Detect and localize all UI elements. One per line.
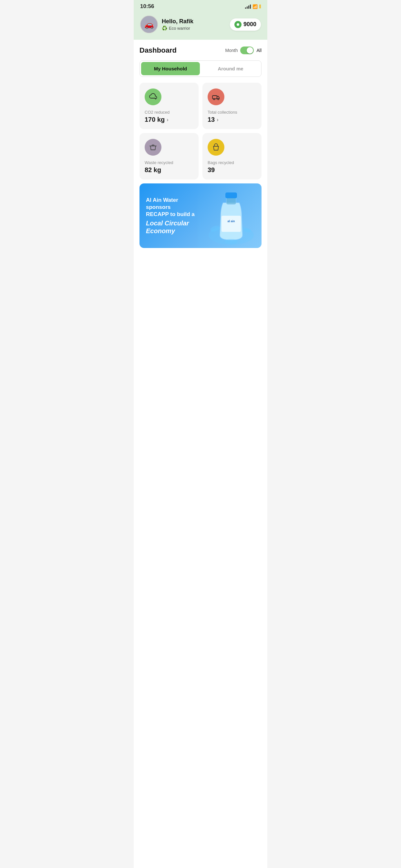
banner-line2: RECAPP to build a bbox=[146, 211, 195, 217]
svg-rect-6 bbox=[221, 216, 241, 232]
co2-value: 170 kg › bbox=[145, 116, 193, 123]
battery-icon bbox=[259, 4, 261, 8]
collections-number: 13 bbox=[208, 116, 215, 123]
user-subtitle: ♻️ Eco warrior bbox=[162, 26, 193, 31]
tab-switcher: My Household Around me bbox=[140, 60, 261, 77]
tab-around-me[interactable]: Around me bbox=[201, 62, 260, 75]
points-value: 9000 bbox=[243, 21, 256, 28]
status-time: 10:56 bbox=[140, 3, 154, 10]
collections-value: 13 › bbox=[208, 116, 256, 123]
co2-icon-circle bbox=[145, 89, 161, 105]
app-header: 🚗 Hello, Rafik ♻️ Eco warrior 9000 bbox=[134, 12, 267, 40]
avatar-image: 🚗 bbox=[141, 16, 157, 33]
points-badge: 9000 bbox=[230, 19, 261, 31]
user-greeting: Hello, Rafik bbox=[162, 18, 193, 25]
dashboard-title: Dashboard bbox=[140, 46, 177, 55]
co2-label: CO2 reduced bbox=[145, 110, 193, 115]
co2-arrow[interactable]: › bbox=[166, 117, 168, 123]
period-toggle[interactable] bbox=[240, 46, 254, 54]
user-text: Hello, Rafik ♻️ Eco warrior bbox=[162, 18, 193, 31]
bottle-visual: al ain bbox=[197, 183, 261, 248]
svg-point-10 bbox=[225, 239, 238, 244]
svg-point-2 bbox=[218, 98, 219, 100]
svg-point-1 bbox=[213, 98, 215, 100]
waste-label: Waste recycled bbox=[145, 160, 193, 165]
eco-icon: ♻️ bbox=[162, 26, 167, 31]
co2-number: 170 kg bbox=[145, 116, 165, 123]
main-content: Dashboard Month All My Household Around … bbox=[134, 40, 267, 868]
stat-card-waste: Waste recycled 82 kg bbox=[140, 133, 198, 180]
promo-banner[interactable]: Al Ain Water sponsors RECAPP to build a … bbox=[140, 183, 261, 248]
bags-label: Bags recycled bbox=[208, 160, 256, 165]
trash-icon bbox=[149, 143, 157, 151]
stat-card-collections[interactable]: Total collections 13 › bbox=[203, 83, 261, 129]
truck-icon bbox=[212, 93, 220, 101]
dashboard-header: Dashboard Month All bbox=[140, 46, 261, 55]
bags-number: 39 bbox=[208, 166, 215, 174]
stat-card-co2[interactable]: CO2 reduced 170 kg › bbox=[140, 83, 198, 129]
stats-grid-row2: Waste recycled 82 kg Bags recycled 39 bbox=[140, 133, 261, 180]
toggle-section: Month All bbox=[225, 46, 261, 54]
points-dot bbox=[237, 23, 239, 26]
bag-icon bbox=[212, 143, 220, 151]
avatar: 🚗 bbox=[140, 16, 158, 33]
svg-text:al ain: al ain bbox=[227, 220, 235, 223]
signal-icon bbox=[245, 4, 251, 9]
cloud-icon bbox=[149, 93, 157, 101]
user-role: Eco warrior bbox=[169, 26, 190, 31]
banner-text: Al Ain Water sponsors RECAPP to build a … bbox=[140, 190, 207, 241]
status-icons: 📶 bbox=[245, 4, 261, 9]
waste-value: 82 kg bbox=[145, 166, 193, 174]
waste-number: 82 kg bbox=[145, 166, 161, 174]
stat-card-bags: Bags recycled 39 bbox=[203, 133, 261, 180]
bags-icon-circle bbox=[208, 139, 224, 156]
svg-rect-0 bbox=[212, 96, 217, 99]
toggle-knob bbox=[247, 47, 253, 54]
collections-icon-circle bbox=[208, 89, 224, 105]
status-bar: 10:56 📶 bbox=[134, 0, 267, 12]
stats-grid-row1: CO2 reduced 170 kg › Total collections 1… bbox=[140, 83, 261, 129]
toggle-label-all: All bbox=[256, 48, 261, 53]
user-info: 🚗 Hello, Rafik ♻️ Eco warrior bbox=[140, 16, 193, 33]
bags-value: 39 bbox=[208, 166, 256, 174]
banner-title-line1: Al Ain Water sponsors RECAPP to build a bbox=[146, 197, 200, 218]
svg-rect-5 bbox=[225, 192, 237, 198]
banner-italic-text: Local Circular Economy bbox=[146, 219, 200, 235]
collections-arrow[interactable]: › bbox=[217, 117, 218, 123]
wifi-icon: 📶 bbox=[252, 4, 258, 9]
points-icon bbox=[235, 21, 242, 28]
collections-label: Total collections bbox=[208, 110, 256, 115]
tab-my-household[interactable]: My Household bbox=[141, 62, 200, 75]
banner-line1: Al Ain Water sponsors bbox=[146, 197, 178, 210]
water-bottle-svg: al ain bbox=[205, 183, 257, 248]
toggle-label-month: Month bbox=[225, 48, 238, 53]
waste-icon-circle bbox=[145, 139, 161, 156]
